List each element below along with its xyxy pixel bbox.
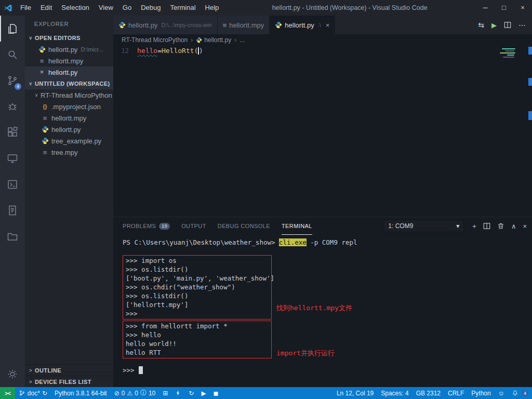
notifications-bell[interactable]: 4 xyxy=(508,390,532,396)
tree-item-mpyproject[interactable]: {} .mpyproject.json xyxy=(25,101,113,112)
python-interpreter-status[interactable]: Python 3.8.1 64-bit xyxy=(51,390,111,397)
tab-hellortt-mpy[interactable]: ≡ hellortt.mpy xyxy=(218,16,270,34)
activitybar-notes[interactable] xyxy=(0,197,25,223)
overview-ruler-mark[interactable] xyxy=(528,47,532,55)
panel-tab-debug-console[interactable]: DEBUG CONSOLE xyxy=(218,217,270,235)
more-actions-icon[interactable]: ⋯ xyxy=(518,21,526,29)
tree-folder-rtthread[interactable]: ∨ RT-Thread MicroPython xyxy=(25,89,113,101)
workspace-section-header[interactable]: ∨ UNTITLED (WORKSPACE) xyxy=(25,78,113,89)
refresh-status-button[interactable]: ↻ xyxy=(185,390,197,397)
panel-tab-terminal[interactable]: TERMINAL xyxy=(282,217,312,235)
gear-icon xyxy=(6,368,19,380)
menu-view[interactable]: View xyxy=(94,0,118,16)
terminal-output[interactable]: PS C:\Users\yuanj\Desktop\weather_show> … xyxy=(113,235,532,387)
feedback-smiley[interactable]: ☺ xyxy=(495,390,508,397)
tab-hellortt-py-active[interactable]: hellortt.py .\ × xyxy=(270,16,335,34)
activitybar-explorer[interactable] xyxy=(0,16,25,42)
panel-tab-problems[interactable]: PROBLEMS 10 xyxy=(123,217,170,235)
open-editor-item-3[interactable]: × hellortt.py xyxy=(25,66,113,78)
terminal-line: >>> xyxy=(126,309,269,318)
file-label: .mpyproject.json xyxy=(51,103,101,111)
new-terminal-button[interactable]: + xyxy=(472,222,476,230)
maximize-button[interactable]: □ xyxy=(495,0,513,16)
tree-item-tree-example[interactable]: tree_example.py xyxy=(25,135,113,147)
minimap[interactable] xyxy=(495,47,525,59)
breadcrumb-symbol[interactable]: ... xyxy=(240,36,245,44)
cursor-position[interactable]: Ln 12, Col 19 xyxy=(333,390,377,397)
tree-item-hellortt-py[interactable]: hellortt.py xyxy=(25,124,113,135)
panel-tab-output[interactable]: OUTPUT xyxy=(181,217,206,235)
activitybar-remote-device[interactable] xyxy=(0,145,25,171)
eol-setting[interactable]: CRLF xyxy=(444,390,468,397)
menu-edit[interactable]: Edit xyxy=(36,0,57,16)
open-editor-item-1[interactable]: hellortt.py D:\micr... xyxy=(25,44,113,55)
error-count: 0 xyxy=(122,390,125,397)
activitybar-debug[interactable] xyxy=(0,94,25,119)
run-status-button[interactable]: ▶ xyxy=(197,390,209,397)
kill-terminal-icon[interactable] xyxy=(497,222,504,230)
warning-icon: ⚠ xyxy=(127,390,132,397)
info-count: 10 xyxy=(149,390,155,397)
activitybar-source-control[interactable]: 4 xyxy=(0,68,25,94)
open-editors-header[interactable]: ∨ OPEN EDITORS xyxy=(25,32,113,44)
editor-actions: ⇆ ▶ ⋯ xyxy=(478,16,532,34)
activitybar-settings[interactable] xyxy=(0,361,25,387)
grid-status-button[interactable]: ⊞ xyxy=(159,390,171,397)
activitybar-terminal-tool[interactable] xyxy=(0,171,25,197)
open-editor-item-2[interactable]: ≡ hellortt.mpy xyxy=(25,55,113,66)
chevron-down-icon: ▾ xyxy=(456,222,459,230)
stop-status-button[interactable]: ◼ xyxy=(210,390,222,397)
menu-help[interactable]: Help xyxy=(201,0,224,16)
close-button[interactable]: × xyxy=(513,0,532,16)
overview-ruler-mark[interactable] xyxy=(528,111,532,120)
sync-icon[interactable]: ↻ xyxy=(42,390,47,397)
maximize-panel-icon[interactable]: ∧ xyxy=(511,222,516,230)
close-icon[interactable]: × xyxy=(37,69,46,76)
tab-label: hellortt.py xyxy=(128,21,157,29)
breadcrumb[interactable]: RT-Thread MicroPython › hellortt.py › ..… xyxy=(113,34,532,46)
red-annotation-box: >>> from hellortt import * >>> hello hel… xyxy=(123,321,272,358)
activitybar-extensions[interactable] xyxy=(0,119,25,145)
menu-file[interactable]: File xyxy=(16,0,36,16)
main-area: 4 E xyxy=(0,16,532,387)
compare-changes-icon[interactable]: ⇆ xyxy=(478,21,484,29)
breadcrumb-file[interactable]: hellortt.py xyxy=(204,36,231,44)
minimize-button[interactable]: ─ xyxy=(476,0,495,16)
terminal-select[interactable]: 1: COM9 ▾ xyxy=(383,220,464,232)
split-editor-icon[interactable] xyxy=(504,21,511,29)
outline-section-header[interactable]: > OUTLINE xyxy=(25,364,113,376)
activitybar-device-files[interactable] xyxy=(0,223,25,249)
encoding-setting[interactable]: GB 2312 xyxy=(413,390,444,397)
tab-close-icon[interactable]: × xyxy=(326,21,330,29)
code-editor[interactable]: 12 hello = HelloRtt() xyxy=(113,46,532,217)
mpy-file-icon: ≡ xyxy=(223,22,227,29)
tree-item-tree-mpy[interactable]: ≡ tree.mpy xyxy=(25,147,113,158)
activitybar-search[interactable] xyxy=(0,42,25,68)
terminal-current-prompt[interactable]: >>> xyxy=(123,366,532,375)
menu-terminal[interactable]: Terminal xyxy=(165,0,200,16)
menu-go[interactable]: Go xyxy=(118,0,136,16)
menu-debug[interactable]: Debug xyxy=(136,0,165,16)
problems-status[interactable]: ⊘ 0 ⚠ 0 ⓘ 10 xyxy=(111,389,159,397)
remote-indicator[interactable]: >< xyxy=(0,387,15,399)
overview-ruler-mark[interactable] xyxy=(528,78,532,86)
close-panel-icon[interactable]: × xyxy=(523,222,527,230)
window-title: hellortt.py - Untitled (Workspace) - Vis… xyxy=(223,4,476,11)
tree-item-hellortt-mpy[interactable]: ≡ hellortt.mpy xyxy=(25,112,113,124)
mpy-file-icon: ≡ xyxy=(41,115,49,122)
menu-selection[interactable]: Selection xyxy=(57,0,94,16)
terminal-line: ['hellortt.mpy'] xyxy=(126,300,269,309)
tab-hellortt-py-mpycross[interactable]: hellortt.py D:\...\mpy-cross-win xyxy=(113,16,218,34)
python-version-label: Python 3.8.1 64-bit xyxy=(55,390,107,397)
indentation-setting[interactable]: Spaces: 4 xyxy=(377,390,412,397)
device-files-section-header[interactable]: > DEVICE FILES LIST xyxy=(25,376,113,387)
split-terminal-icon[interactable] xyxy=(483,222,490,230)
flash-status-button[interactable] xyxy=(171,390,185,396)
title-bar: File Edit Selection View Go Debug Termin… xyxy=(0,0,532,16)
language-mode[interactable]: Python xyxy=(468,390,494,397)
git-branch-status[interactable]: doc* ↻ xyxy=(15,390,51,397)
device-files-label: DEVICE FILES LIST xyxy=(35,379,91,385)
python-file-icon xyxy=(41,126,49,133)
run-file-button[interactable]: ▶ xyxy=(491,21,497,29)
breadcrumb-folder[interactable]: RT-Thread MicroPython xyxy=(122,36,188,44)
